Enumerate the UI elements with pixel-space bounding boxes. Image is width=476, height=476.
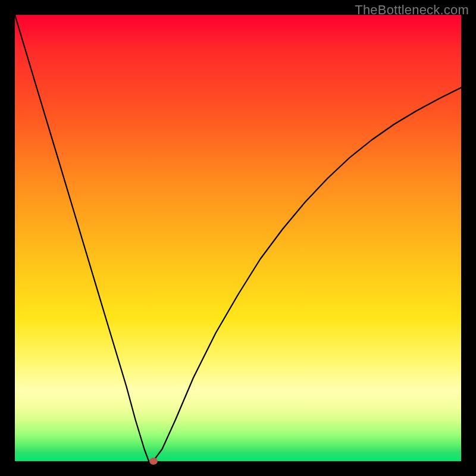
optimal-point-marker (149, 458, 158, 465)
chart-frame: TheBottleneck.com (0, 0, 476, 476)
plot-area (15, 15, 461, 461)
bottleneck-curve (15, 15, 461, 461)
watermark-text: TheBottleneck.com (355, 2, 469, 18)
